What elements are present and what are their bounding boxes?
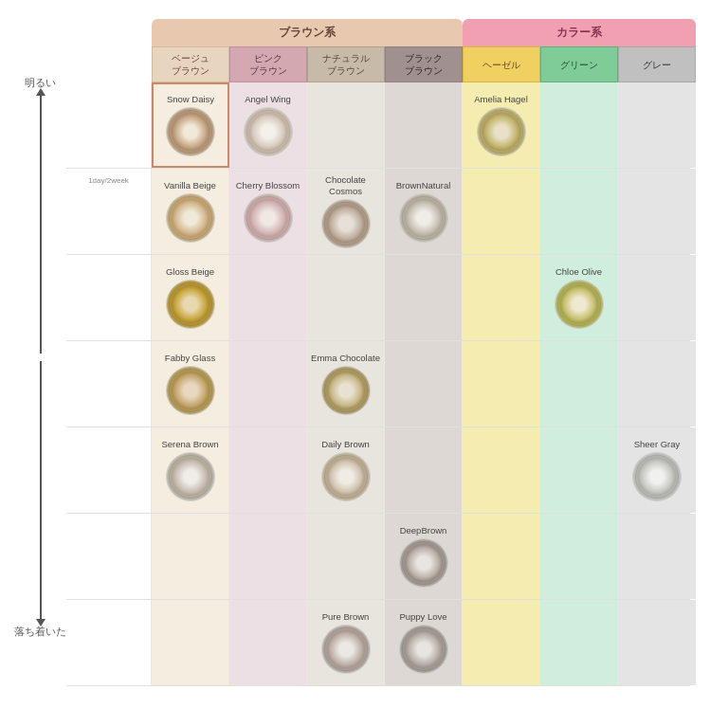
cell-empty-3-2 xyxy=(229,341,307,427)
row-label-3 xyxy=(66,341,152,427)
cell-empty-1-7 xyxy=(618,169,696,254)
lens-name-snow-daisy: Snow Daisy xyxy=(167,94,214,104)
lens-name-cherry-blossom: Cherry Blossom xyxy=(236,180,300,191)
axis-arrow-down xyxy=(40,361,42,621)
empty-header xyxy=(66,19,152,46)
cell-empty-5-5 xyxy=(463,514,540,599)
cell-gloss-beige[interactable]: Gloss Beige xyxy=(152,255,229,340)
cell-chocolate-cosmos[interactable]: Chocolate Cosmos xyxy=(307,169,385,254)
main-container: 明るい 落ち着いた ブラウン系 カラー系 ベージュブラウン ピンクブラウン ナチ… xyxy=(0,0,728,708)
cell-empty-2-5 xyxy=(463,255,540,340)
cell-empty-1-5 xyxy=(463,169,540,254)
cell-empty-5-1 xyxy=(152,514,229,599)
col-header-gray: グレー xyxy=(618,46,696,82)
cell-pure-brown[interactable]: Pure Brown xyxy=(307,600,385,685)
cell-deep-brown[interactable]: DeepBrown xyxy=(385,514,463,599)
lens-name-chocolate-cosmos: Chocolate Cosmos xyxy=(309,174,382,196)
cell-serena-brown[interactable]: Serena Brown xyxy=(152,427,229,513)
lens-name-daily-brown: Daily Brown xyxy=(321,439,370,449)
lens-image-serena-brown xyxy=(166,452,215,501)
cell-angel-wing[interactable]: Angel Wing xyxy=(229,82,307,168)
lens-image-vanilla-beige xyxy=(166,193,215,243)
col-header-natural-brown: ナチュラルブラウン xyxy=(307,46,385,82)
lens-image-chocolate-cosmos xyxy=(321,199,371,248)
table-row: DeepBrown xyxy=(66,514,690,600)
row-label-2 xyxy=(66,255,152,340)
cell-empty-5-7 xyxy=(618,514,696,599)
col-header-black-brown: ブラックブラウン xyxy=(385,46,463,82)
lens-image-pure-brown xyxy=(321,625,371,674)
header-col-row: ベージュブラウン ピンクブラウン ナチュラルブラウン ブラックブラウン ヘーゼル… xyxy=(66,46,690,82)
cell-cherry-blossom[interactable]: Cherry Blossom xyxy=(229,169,307,254)
lens-name-angel-wing: Angel Wing xyxy=(245,94,291,104)
lens-name-gloss-beige: Gloss Beige xyxy=(166,266,214,277)
table-row: 1day/2week Vanilla Beige Cherry Blossom … xyxy=(66,169,690,255)
cell-brown-natural[interactable]: BrownNatural xyxy=(385,169,463,254)
lens-image-daily-brown xyxy=(321,452,371,501)
cell-empty-4-4 xyxy=(385,427,463,513)
lens-image-brown-natural xyxy=(399,193,448,243)
lens-name-fabby-glass: Fabby Glass xyxy=(165,353,215,363)
lens-name-puppy-love: Puppy Love xyxy=(399,611,446,622)
table-row: Pure Brown Puppy Love xyxy=(66,600,690,686)
lens-name-vanilla-beige: Vanilla Beige xyxy=(164,180,216,191)
cell-emma-chocolate[interactable]: Emma Chocolate xyxy=(307,341,385,427)
cell-empty-3-5 xyxy=(463,341,540,427)
cell-empty-0-7 xyxy=(618,82,696,168)
cell-vanilla-beige[interactable]: Vanilla Beige xyxy=(152,169,229,254)
table-row: Serena Brown Daily Brown Sheer Gray xyxy=(66,427,690,514)
cell-empty-3-7 xyxy=(618,341,696,427)
row-label-1day2week: 1day/2week xyxy=(88,176,129,186)
cell-empty-0-6 xyxy=(540,82,618,168)
lens-image-angel-wing xyxy=(244,107,293,156)
lens-name-serena-brown: Serena Brown xyxy=(161,439,218,449)
cell-empty-5-2 xyxy=(229,514,307,599)
lens-name-pure-brown: Pure Brown xyxy=(322,611,370,622)
cell-empty-1-6 xyxy=(540,169,618,254)
cell-puppy-love[interactable]: Puppy Love xyxy=(385,600,463,685)
row-label-6 xyxy=(66,600,152,685)
lens-image-puppy-love xyxy=(399,625,448,674)
cell-empty-0-4 xyxy=(385,82,463,168)
cell-amelia-hagel[interactable]: Amelia Hagel xyxy=(463,82,540,168)
cell-empty-2-4 xyxy=(385,255,463,340)
cell-empty-3-4 xyxy=(385,341,463,427)
cell-empty-6-5 xyxy=(463,600,540,685)
lens-name-brown-natural: BrownNatural xyxy=(396,180,451,191)
lens-name-sheer-gray: Sheer Gray xyxy=(634,439,681,449)
lens-name-chloe-olive: Chloe Olive xyxy=(555,266,602,277)
cell-empty-2-7 xyxy=(618,255,696,340)
color-group-header: カラー系 xyxy=(463,19,696,46)
lens-image-emma-chocolate xyxy=(321,366,371,415)
col-header-hazel: ヘーゼル xyxy=(463,46,540,82)
cell-empty-5-6 xyxy=(540,514,618,599)
cell-empty-6-1 xyxy=(152,600,229,685)
cell-empty-4-5 xyxy=(463,427,540,513)
lens-name-amelia-hagel: Amelia Hagel xyxy=(474,94,528,104)
lens-image-cherry-blossom xyxy=(244,193,293,243)
lens-image-chloe-olive xyxy=(555,280,604,329)
cell-sheer-gray[interactable]: Sheer Gray xyxy=(618,427,696,513)
table-row: Snow Daisy Angel Wing Amelia Hagel xyxy=(66,82,690,169)
cell-empty-4-6 xyxy=(540,427,618,513)
cell-empty-2-2 xyxy=(229,255,307,340)
table-row: Gloss Beige Chloe Olive xyxy=(66,255,690,341)
row-label-0 xyxy=(66,82,152,168)
cell-empty-6-2 xyxy=(229,600,307,685)
cell-fabby-glass[interactable]: Fabby Glass xyxy=(152,341,229,427)
cell-empty-3-6 xyxy=(540,341,618,427)
lens-name-deep-brown: DeepBrown xyxy=(400,525,447,536)
row-label-4 xyxy=(66,427,152,513)
lens-image-fabby-glass xyxy=(166,366,215,415)
lens-name-emma-chocolate: Emma Chocolate xyxy=(311,353,380,363)
empty-col-header xyxy=(66,46,152,82)
header-group-row: ブラウン系 カラー系 xyxy=(66,19,690,46)
cell-empty-4-2 xyxy=(229,427,307,513)
cell-empty-6-6 xyxy=(540,600,618,685)
cell-empty-2-3 xyxy=(307,255,385,340)
cell-daily-brown[interactable]: Daily Brown xyxy=(307,427,385,513)
cell-snow-daisy[interactable]: Snow Daisy xyxy=(152,82,229,168)
lens-image-gloss-beige xyxy=(166,280,215,329)
cell-chloe-olive[interactable]: Chloe Olive xyxy=(540,255,618,340)
col-header-green: グリーン xyxy=(540,46,618,82)
